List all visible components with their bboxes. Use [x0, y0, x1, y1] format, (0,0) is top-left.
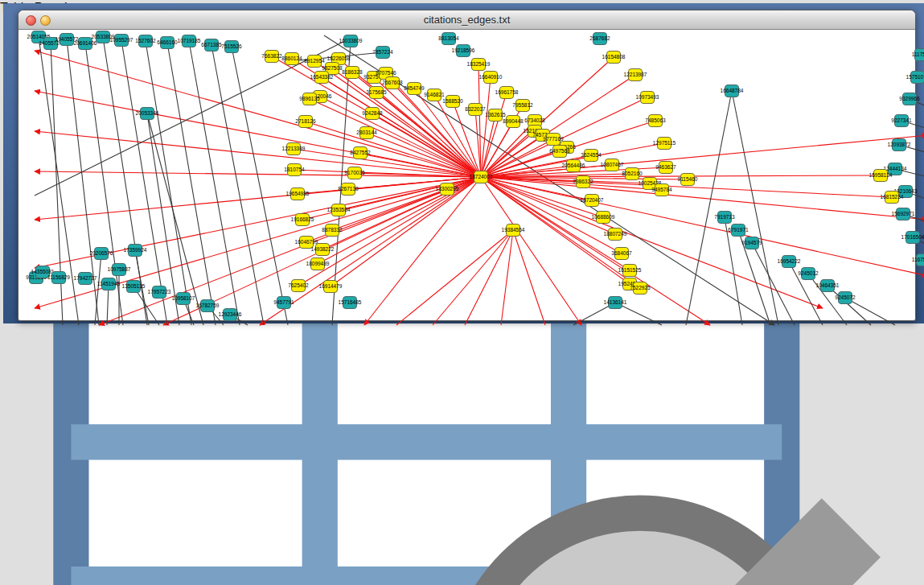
citation-edge[interactable]	[211, 45, 264, 325]
node-label: 6791971	[728, 227, 749, 233]
graph-node-selected[interactable]: 10688609	[592, 212, 615, 224]
graph-node[interactable]: 8813054	[438, 33, 459, 45]
citation-edge-selected[interactable]	[481, 177, 630, 270]
node-label: 18325419	[467, 61, 491, 67]
graph-node-selected[interactable]: 19654985	[286, 188, 310, 200]
graph-node-selected[interactable]: 12213389	[282, 143, 306, 155]
graph-node-selected[interactable]: 3684067	[611, 248, 632, 260]
citation-edge-selected[interactable]	[310, 99, 481, 177]
graph-node-selected[interactable]: 7955812	[512, 100, 533, 112]
graph-node-selected[interactable]: 8267130	[338, 183, 359, 196]
resize-grip[interactable]	[18, 336, 915, 585]
citation-edge-selected[interactable]	[302, 177, 481, 220]
citation-edge[interactable]	[167, 43, 216, 325]
graph-node-selected[interactable]: 7986322	[573, 176, 593, 188]
graph-node[interactable]: 9227341	[891, 115, 912, 127]
graph-node[interactable]: 15751074	[906, 72, 924, 84]
graph-node[interactable]: 10464351	[816, 280, 840, 292]
node-label: 16543382	[310, 74, 334, 80]
graph-node-selected[interactable]: 1588520	[442, 96, 463, 108]
graph-node[interactable]: 7919713	[714, 212, 735, 224]
graph-node[interactable]: 12093872	[888, 139, 911, 151]
citation-edge-selected[interactable]	[433, 230, 513, 325]
node-label: 10464351	[816, 282, 840, 288]
graph-node[interactable]: 1117534	[912, 49, 924, 61]
graph-node-selected[interactable]: 16961758	[495, 87, 519, 99]
citation-edge[interactable]	[686, 91, 732, 325]
citation-edge-selected[interactable]	[465, 230, 513, 325]
graph-node-selected[interactable]: 16914479	[319, 281, 343, 293]
graph-node-selected[interactable]: 19384554	[502, 225, 525, 237]
graph-node[interactable]: 11675345	[912, 254, 924, 266]
node-label: 9463627	[655, 164, 676, 170]
citation-edge[interactable]	[232, 47, 288, 325]
graph-node-selected[interactable]: 12975115	[653, 138, 676, 150]
window-titlebar[interactable]: citations_edges.txt	[18, 10, 915, 30]
citation-network-graph[interactable]: 2051405514055724194055722069140620533809…	[18, 10, 924, 332]
graph-node-selected[interactable]: 8454749	[404, 83, 425, 95]
graph-node-selected[interactable]: 16151525	[618, 265, 642, 277]
graph-node-selected[interactable]: 9170035	[344, 167, 365, 179]
graph-node-selected[interactable]: 18807249	[604, 229, 627, 241]
citation-edge-selected[interactable]	[501, 230, 513, 325]
graph-node-selected[interactable]: 16640910	[479, 72, 503, 84]
citation-edge[interactable]	[732, 91, 778, 325]
graph-node[interactable]: 9245012	[798, 268, 819, 280]
graph-node-selected[interactable]: 8052160	[622, 168, 643, 180]
graph-node[interactable]: 16033809	[339, 35, 363, 47]
graph-node[interactable]: 7857224	[372, 47, 393, 59]
graph-node-selected[interactable]: 9495784	[651, 184, 672, 196]
graph-node[interactable]: 17957223	[148, 286, 171, 299]
graph-node-selected[interactable]: 18720407	[581, 195, 604, 207]
graph-node[interactable]: 10958107	[172, 293, 195, 305]
citation-edge[interactable]	[845, 298, 895, 325]
graph-node[interactable]: 9457791	[273, 297, 294, 309]
citation-edge[interactable]	[146, 41, 191, 325]
citation-edge-selected[interactable]	[35, 51, 481, 177]
graph-node-selected[interactable]: 9115460	[678, 174, 698, 186]
graph-node[interactable]: 19218596	[452, 45, 475, 57]
graph-node-selected[interactable]: 12353584	[327, 204, 351, 216]
graph-node-selected[interactable]: 18325419	[467, 59, 491, 71]
graph-node-selected[interactable]: 3624554	[581, 150, 602, 162]
graph-node[interactable]: 20053346	[136, 108, 159, 120]
graph-node-selected[interactable]: 2667608	[382, 77, 403, 89]
graph-node-selected[interactable]: 2718126	[295, 116, 316, 128]
node-label: 16046799	[295, 239, 318, 245]
citation-edge[interactable]	[189, 41, 240, 325]
citation-edge-selected[interactable]	[513, 230, 545, 325]
network-canvas[interactable]: 2051405514055724194055722069140620533809…	[18, 10, 915, 585]
graph-node[interactable]: 10719185	[178, 35, 201, 47]
graph-node-selected[interactable]: 10807467	[601, 159, 624, 171]
graph-node[interactable]: 7515526	[221, 41, 242, 53]
graph-node[interactable]: 6466160	[157, 37, 178, 49]
graph-node[interactable]: 10975887	[108, 264, 131, 276]
graph-node[interactable]: 15716485	[339, 297, 362, 309]
citation-edge-selected[interactable]	[481, 115, 495, 177]
graph-node-selected[interactable]: 8322037	[465, 104, 486, 116]
graph-node-selected[interactable]: 7522925	[630, 282, 651, 295]
graph-node-selected[interactable]: 9463627	[655, 162, 676, 174]
graph-node-selected[interactable]: 16154808	[602, 51, 626, 64]
node-label: 1117534	[912, 51, 924, 57]
graph-node[interactable]: 20206576	[90, 248, 113, 260]
citation-edge-selected[interactable]	[332, 68, 481, 177]
graph-node[interactable]: 16954222	[778, 256, 801, 268]
graph-node[interactable]: 17942737	[74, 273, 97, 285]
graph-node-selected[interactable]: 12213987	[624, 69, 647, 81]
graph-node[interactable]: 2687682	[589, 33, 610, 45]
citation-edge-selected[interactable]	[481, 177, 581, 325]
graph-node[interactable]: 6671385	[201, 39, 222, 51]
graph-node[interactable]: 9329966	[899, 93, 920, 105]
graph-node[interactable]: 16648784	[721, 85, 744, 97]
graph-node[interactable]: 1527602	[135, 35, 156, 47]
graph-node-selected[interactable]: 8427552	[350, 147, 371, 159]
graph-node-selected[interactable]: 8990448	[503, 116, 524, 128]
graph-node-selected[interactable]: 7485063	[645, 115, 666, 127]
citation-edge-selected[interactable]	[396, 230, 513, 325]
graph-node[interactable]: 6791971	[728, 225, 749, 237]
citation-edge-selected[interactable]	[481, 177, 924, 276]
graph-node-selected[interactable]: 8878332	[322, 225, 343, 237]
graph-node-selected[interactable]: 1810754	[284, 164, 305, 176]
graph-node-selected[interactable]: 9146821	[424, 89, 445, 101]
